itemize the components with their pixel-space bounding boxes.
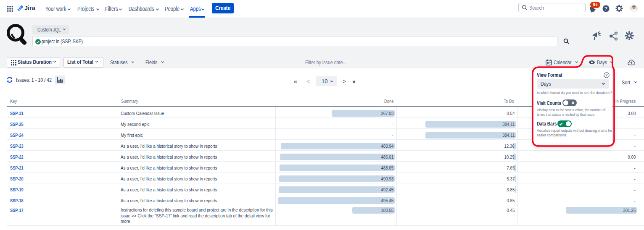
svg-text:?: ? (604, 6, 607, 12)
